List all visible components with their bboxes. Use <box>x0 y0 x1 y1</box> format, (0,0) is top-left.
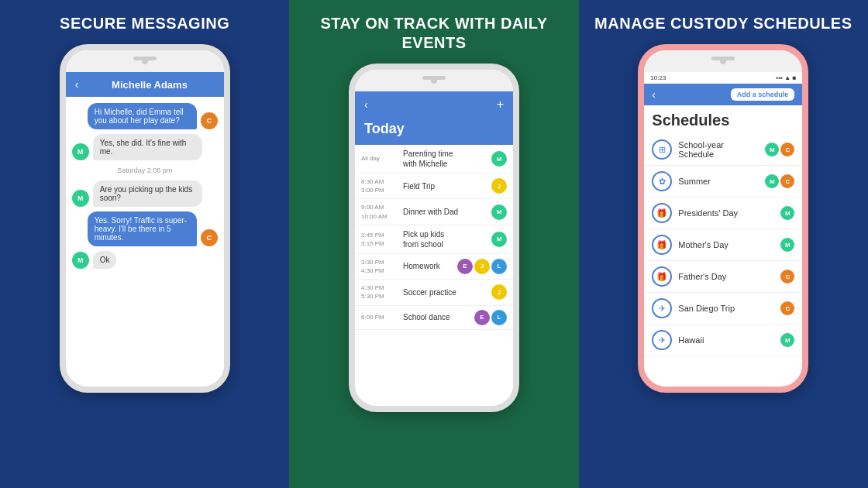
event-time: 6:00 PM <box>361 313 398 321</box>
avatar: J <box>491 284 507 300</box>
event-row: All day Parenting timewith Michelle M <box>355 145 513 174</box>
event-time: 8:30 AM3:00 PM <box>361 177 398 194</box>
avatar: M <box>780 206 794 220</box>
schedules-list: ⊞ School-year Schedule M C ✿ Summer M <box>644 134 802 387</box>
back-icon[interactable]: ‹ <box>75 78 79 91</box>
schedule-icon: 🎁 <box>652 266 672 287</box>
avatar: C <box>780 270 794 284</box>
schedule-icon: ✈ <box>652 298 672 318</box>
schedule-icon: 🎁 <box>652 235 672 255</box>
status-time: 10:23 <box>650 74 666 81</box>
event-name: Parenting timewith Michelle <box>403 149 487 169</box>
event-avatars: M <box>491 232 507 247</box>
avatar: C <box>201 112 218 129</box>
schedule-avatars: M <box>780 333 794 347</box>
event-avatars: E L <box>474 310 507 325</box>
schedules-title: Schedules <box>644 105 802 134</box>
back-icon[interactable]: ‹ <box>652 88 656 101</box>
event-avatars: J <box>491 284 507 300</box>
schedule-name: Mother's Day <box>678 240 774 249</box>
schedules-header: ‹ Add a schedule <box>644 84 802 105</box>
messaging-screen: ‹ Michelle Adams Hi Michelle, did Emma t… <box>66 72 224 387</box>
event-time: All day <box>361 154 398 163</box>
event-name: Pick up kidsfrom school <box>403 229 487 249</box>
event-name: Dinner with Dad <box>403 207 487 217</box>
avatar: C <box>780 143 794 156</box>
avatar: M <box>765 174 779 188</box>
schedule-row[interactable]: 🎁 Mother's Day M <box>644 229 802 261</box>
schedule-name: Summer <box>678 177 759 186</box>
back-icon[interactable]: ‹ <box>364 98 368 111</box>
message-bubble: Yes, she did. It's fine with me. <box>93 134 202 160</box>
message-bubble: Are you picking up the kids soon? <box>93 180 202 207</box>
schedule-row[interactable]: ✈ Hawaii M <box>644 325 802 356</box>
event-time: 9:00 AM10:00 AM <box>361 203 398 220</box>
avatar: M <box>72 252 89 269</box>
event-time: 4:30 PM5:30 PM <box>361 284 398 301</box>
today-label: Today <box>355 118 513 145</box>
event-row: 6:00 PM School dance E L <box>355 306 513 330</box>
event-row: 3:30 PM4:30 PM Homework E J L <box>355 254 513 280</box>
schedule-name: San Diego Trip <box>678 304 774 313</box>
daily-events-phone: ‹ + Today All day Parenting timewith Mic… <box>349 64 519 412</box>
avatar: E <box>457 259 473 274</box>
schedule-icon: ✈ <box>652 330 672 350</box>
avatar: M <box>491 204 507 220</box>
messaging-header: ‹ Michelle Adams <box>66 72 224 97</box>
avatar: L <box>491 310 507 325</box>
schedule-name: Father's Day <box>678 272 774 281</box>
avatar: E <box>474 310 490 325</box>
avatar: M <box>491 232 507 247</box>
status-icons: ▪▪▪ ▲ ■ <box>777 74 797 81</box>
messaging-title: SECURE MESSAGING <box>60 14 229 33</box>
schedule-name: Hawaii <box>678 335 774 345</box>
schedule-avatars: C <box>780 301 794 315</box>
schedule-icon: 🎁 <box>652 203 672 223</box>
avatar: M <box>72 143 89 160</box>
avatar: J <box>474 259 490 274</box>
event-name: School dance <box>403 312 470 322</box>
avatar: L <box>491 259 507 274</box>
phone-notch <box>355 70 513 91</box>
message-timestamp: Saturday 2:06 pm <box>72 167 218 174</box>
schedule-icon: ⊞ <box>652 139 672 160</box>
event-avatars: J <box>491 178 507 194</box>
events-header: ‹ + <box>355 91 513 118</box>
messaging-phone: ‹ Michelle Adams Hi Michelle, did Emma t… <box>60 44 230 393</box>
schedule-avatars: C <box>780 270 794 284</box>
custody-schedules-panel: MANAGE CUSTODY SCHEDULES 10:23 ▪▪▪ ▲ ■ ‹… <box>579 0 868 488</box>
avatar: M <box>491 151 507 167</box>
schedule-row[interactable]: 🎁 Presidents' Day M <box>644 198 802 229</box>
schedule-avatars: M C <box>765 174 794 188</box>
schedule-row[interactable]: 🎁 Father's Day C <box>644 261 802 293</box>
schedule-row[interactable]: ✿ Summer M C <box>644 166 802 198</box>
add-schedule-button[interactable]: Add a schedule <box>731 88 795 101</box>
schedule-name: School-year Schedule <box>678 140 759 159</box>
custody-schedules-title: MANAGE CUSTODY SCHEDULES <box>594 14 852 33</box>
avatar: C <box>201 229 218 246</box>
schedule-row[interactable]: ✈ San Diego Trip C <box>644 293 802 325</box>
custody-screen: 10:23 ▪▪▪ ▲ ■ ‹ Add a schedule Schedules… <box>644 72 802 387</box>
message-bubble: Ok <box>93 251 117 269</box>
events-screen: ‹ + Today All day Parenting timewith Mic… <box>355 91 513 406</box>
message-row: M Ok <box>72 251 218 269</box>
avatar: C <box>780 301 794 315</box>
events-layout: ‹ + Today All day Parenting timewith Mic… <box>355 91 513 406</box>
schedule-row[interactable]: ⊞ School-year Schedule M C <box>644 134 802 166</box>
message-bubble: Yes. Sorry! Traffic is super-heavy. I'll… <box>88 211 197 246</box>
schedule-avatars: M <box>780 238 794 252</box>
events-list: All day Parenting timewith Michelle M 8:… <box>355 145 513 406</box>
avatar: C <box>780 174 794 188</box>
phone-notch <box>644 50 802 72</box>
messaging-panel: SECURE MESSAGING ‹ Michelle Adams Hi Mic… <box>0 0 289 488</box>
add-event-icon[interactable]: + <box>497 98 504 112</box>
schedule-avatars: M <box>780 206 794 220</box>
event-time: 2:45 PM3:15 PM <box>361 231 398 248</box>
event-avatars: M <box>491 204 507 220</box>
event-name: Homework <box>403 261 453 271</box>
event-avatars: M <box>491 151 507 167</box>
event-row: 8:30 AM3:00 PM Field Trip J <box>355 174 513 199</box>
phone-notch <box>66 50 224 72</box>
message-row: M Are you picking up the kids soon? <box>72 180 218 207</box>
avatar: J <box>491 178 507 194</box>
